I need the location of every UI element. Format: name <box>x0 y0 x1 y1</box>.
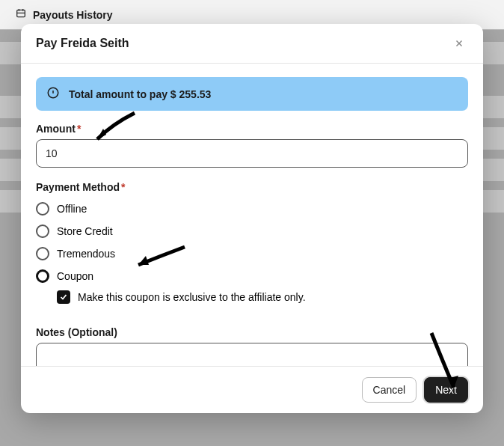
total-amount-alert: Total amount to pay $ 255.53 <box>36 77 468 111</box>
close-button[interactable] <box>450 34 468 52</box>
page-title: Payouts History <box>33 9 113 21</box>
radio-coupon[interactable]: Coupon <box>36 265 468 287</box>
notes-label: Notes (Optional) <box>36 326 468 338</box>
radio-label: Coupon <box>57 270 93 282</box>
checkbox-icon <box>57 290 70 304</box>
radio-store-credit[interactable]: Store Credit <box>36 220 468 242</box>
modal-header: Pay Freida Seith <box>21 24 483 64</box>
exclusive-checkbox-row[interactable]: Make this coupon is exclusive to the aff… <box>36 287 468 316</box>
info-icon <box>46 86 60 102</box>
payment-method-group: Offline Store Credit Tremendous Coupon M… <box>36 198 468 316</box>
modal-body: Total amount to pay $ 255.53 Amount* Pay… <box>21 64 483 366</box>
exclusive-label: Make this coupon is exclusive to the aff… <box>78 291 306 303</box>
notes-input[interactable] <box>36 343 468 366</box>
radio-icon <box>36 224 49 238</box>
alert-text: Total amount to pay $ 255.53 <box>69 88 211 100</box>
radio-label: Tremendous <box>57 248 115 260</box>
modal-footer: Cancel Next <box>21 366 483 413</box>
payment-method-label-text: Payment Method <box>36 181 120 193</box>
amount-label-text: Amount <box>36 123 76 135</box>
payment-method-label: Payment Method* <box>36 181 468 193</box>
next-button[interactable]: Next <box>424 377 468 403</box>
radio-label: Offline <box>57 203 87 215</box>
modal-title: Pay Freida Seith <box>36 37 129 50</box>
radio-tremendous[interactable]: Tremendous <box>36 242 468 265</box>
cancel-button[interactable]: Cancel <box>362 377 417 403</box>
amount-input[interactable] <box>36 139 468 168</box>
amount-label: Amount* <box>36 123 468 135</box>
radio-icon <box>36 269 49 283</box>
pay-modal: Pay Freida Seith Total amount to pay $ 2… <box>21 24 483 413</box>
radio-label: Store Credit <box>57 225 113 237</box>
history-icon <box>15 7 27 22</box>
required-mark: * <box>77 123 81 135</box>
radio-icon <box>36 202 49 216</box>
radio-offline[interactable]: Offline <box>36 198 468 220</box>
radio-icon <box>36 247 49 260</box>
required-mark: * <box>121 181 125 193</box>
